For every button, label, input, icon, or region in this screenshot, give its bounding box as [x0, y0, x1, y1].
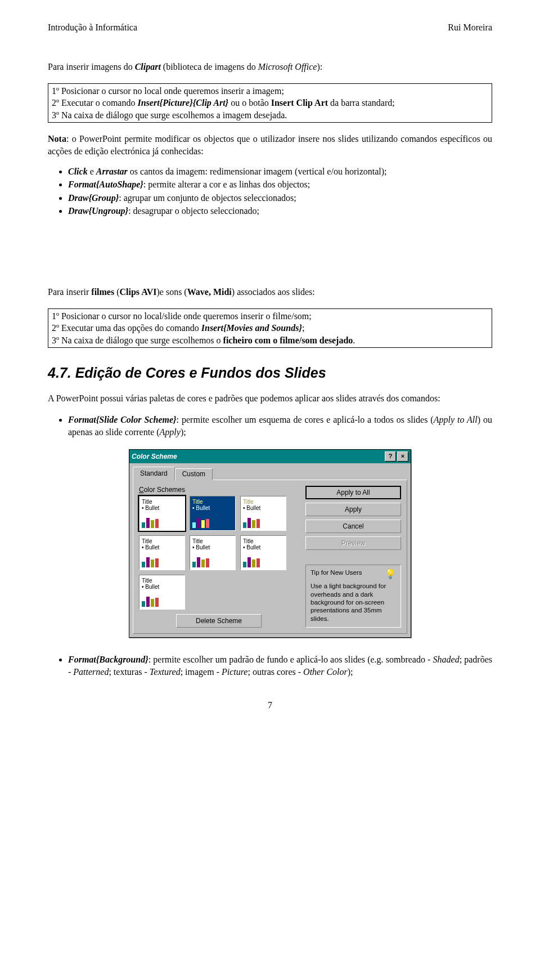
tip-box: Tip for New Users 💡 Use a light backgrou… — [305, 565, 401, 628]
instruction-box-1: 1º Posicionar o cursor no local onde que… — [48, 83, 492, 123]
box1-line3: 3º Na caixa de diálogo que surge escolhe… — [52, 109, 488, 122]
scheme-option[interactable]: Title• Bullet — [240, 535, 286, 570]
group-label: Color Schemes — [139, 486, 299, 494]
bars-icon — [142, 557, 182, 567]
bullet-item: Format{Background}: permite escolher um … — [68, 654, 492, 678]
bullet-item: Format{Slide Color Scheme}: permite esco… — [68, 414, 492, 438]
intro-paragraph-1: Para inserir imagens do Clipart (bibliot… — [48, 61, 492, 73]
nota-paragraph: Nota: o PowerPoint permite modificar os … — [48, 133, 492, 157]
cancel-button[interactable]: Cancel — [305, 520, 401, 533]
tip-body: Use a light background for overheads and… — [310, 583, 386, 622]
tab-custom[interactable]: Custom — [175, 468, 213, 480]
paragraph-3: A PowerPoint possui várias paletas de co… — [48, 392, 492, 405]
box2-line1: 1º Posicionar o cursor no local/slide on… — [52, 310, 488, 323]
bullet-list-2: Format{Slide Color Scheme}: permite esco… — [68, 414, 492, 438]
bullet-item: Click e Arrastar os cantos da imagem: re… — [68, 165, 492, 178]
close-button[interactable]: × — [397, 451, 408, 462]
bullet-list-1: Click e Arrastar os cantos da imagem: re… — [68, 165, 492, 217]
bars-icon — [243, 557, 284, 567]
bullet-item: Draw{Ungroup}: desagrupar o objecto sele… — [68, 205, 492, 217]
dialog-title: Color Scheme — [132, 453, 384, 460]
tip-heading: Tip for New Users — [310, 569, 362, 580]
lightbulb-icon: 💡 — [385, 569, 396, 580]
delete-scheme-button[interactable]: Delete Scheme — [176, 614, 262, 628]
bullet-item: Draw{Group}: agrupar um conjunto de obje… — [68, 192, 492, 204]
scheme-option[interactable]: Title• Bullet — [240, 496, 286, 531]
scheme-option[interactable]: Title• Bullet — [190, 535, 236, 570]
scheme-option[interactable]: Title• Bullet — [139, 496, 185, 531]
section-heading: 4.7. Edição de Cores e Fundos dos Slides — [48, 365, 492, 381]
tab-standard[interactable]: Standard — [133, 467, 175, 480]
scheme-option[interactable]: Title• Bullet — [139, 575, 185, 610]
bars-icon — [192, 518, 233, 528]
header-left: Introdução à Informática — [48, 23, 137, 33]
dialog-titlebar[interactable]: Color Scheme ? × — [129, 450, 411, 463]
box1-line1: 1º Posicionar o cursor no local onde que… — [52, 85, 488, 97]
box2-line3: 3º Na caixa de diálogo que surge escolhe… — [52, 334, 488, 347]
box2-line2: 2º Executar uma das opções do comando In… — [52, 322, 488, 334]
bars-icon — [192, 557, 233, 567]
scheme-grid: Title• Bullet Title• Bullet Title• Bulle… — [139, 496, 299, 610]
apply-to-all-button[interactable]: Apply to All — [305, 486, 401, 499]
apply-button[interactable]: Apply — [305, 503, 401, 516]
scheme-option[interactable]: Title• Bullet — [190, 496, 236, 531]
bars-icon — [243, 518, 284, 528]
instruction-box-2: 1º Posicionar o cursor no local/slide on… — [48, 308, 492, 348]
help-button[interactable]: ? — [385, 451, 396, 462]
intro-paragraph-2: Para inserir filmes (Clips AVI)e sons (W… — [48, 286, 492, 298]
header-right: Rui Moreira — [448, 23, 492, 33]
scheme-option[interactable]: Title• Bullet — [139, 535, 185, 570]
preview-button[interactable]: Preview — [305, 536, 401, 550]
bullet-list-3: Format{Background}: permite escolher um … — [68, 654, 492, 678]
color-scheme-dialog: Color Scheme ? × Standard Custom Color S… — [129, 449, 411, 638]
bullet-item: Format{AutoShape}: permite alterar a cor… — [68, 178, 492, 191]
page-number: 7 — [48, 700, 492, 710]
box1-line2: 2º Executar o comando Insert{Picture}{Cl… — [52, 97, 488, 109]
bars-icon — [142, 518, 182, 528]
bars-icon — [142, 597, 182, 607]
